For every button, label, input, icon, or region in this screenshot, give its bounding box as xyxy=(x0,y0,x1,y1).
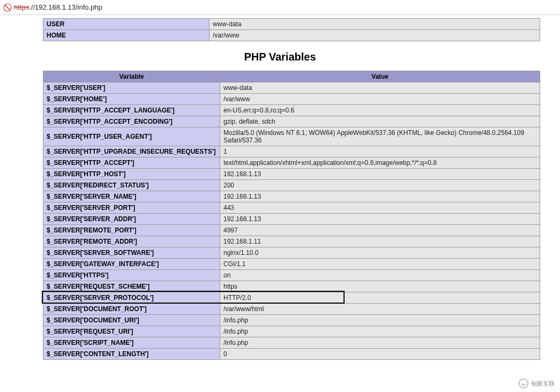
var-value: 192.168.1.13 xyxy=(220,169,540,180)
var-value: on xyxy=(220,270,540,281)
var-key: $_SERVER['HTTP_HOST'] xyxy=(43,169,220,180)
var-key: $_SERVER['HTTP_USER_AGENT'] xyxy=(43,127,220,146)
table-row: $_SERVER['SERVER_ADDR']192.168.1.13 xyxy=(43,214,540,225)
var-key: $_SERVER['HTTP_ACCEPT'] xyxy=(43,157,220,169)
var-value: en-US,en;q=0.8,ro;q=0.6 xyxy=(220,105,540,116)
var-value: 192.168.1.13 xyxy=(220,191,540,202)
environment-table: USERwww-dataHOME/var/www xyxy=(43,18,540,41)
table-row: $_SERVER['SERVER_PORT']443 xyxy=(43,202,540,214)
url-scheme-struck: https xyxy=(14,3,29,11)
var-key: $_SERVER['SERVER_SOFTWARE'] xyxy=(43,247,220,259)
var-value: 0 xyxy=(220,349,540,360)
var-key: $_SERVER['USER'] xyxy=(43,82,220,94)
table-row: $_SERVER['CONTENT_LENGTH']0 xyxy=(43,349,540,360)
table-row: $_SERVER['HTTP_ACCEPT_ENCODING']gzip, de… xyxy=(43,116,540,127)
table-row: $_SERVER['GATEWAY_INTERFACE']CGI/1.1 xyxy=(43,259,540,270)
var-key: $_SERVER['REDIRECT_STATUS'] xyxy=(43,180,220,191)
table-row: $_SERVER['HOME']/var/www xyxy=(43,94,540,105)
var-key: $_SERVER['HTTP_ACCEPT_LANGUAGE'] xyxy=(43,105,220,116)
col-header-variable: Variable xyxy=(43,71,220,82)
var-key: $_SERVER['SERVER_ADDR'] xyxy=(43,214,220,225)
table-row: $_SERVER['DOCUMENT_ROOT']/var/www/html xyxy=(43,304,540,315)
var-key: $_SERVER['REQUEST_SCHEME'] xyxy=(43,281,220,292)
address-bar[interactable]: https://192.168.1.13/info.php xyxy=(0,0,560,15)
var-value: CGI/1.1 xyxy=(220,259,540,270)
table-row: $_SERVER['SERVER_PROTOCOL']HTTP/2.0 xyxy=(43,292,540,304)
var-value: gzip, deflate, sdch xyxy=(220,116,540,127)
var-value: /info.php xyxy=(220,326,540,337)
table-row: $_SERVER['REMOTE_ADDR']192.168.1.11 xyxy=(43,236,540,247)
url-text: https://192.168.1.13/info.php xyxy=(14,3,102,11)
env-key: USER xyxy=(43,19,210,30)
var-value: https xyxy=(220,281,540,292)
var-key: $_SERVER['GATEWAY_INTERFACE'] xyxy=(43,259,220,270)
var-key: $_SERVER['HTTP_UPGRADE_INSECURE_REQUESTS… xyxy=(43,146,220,157)
var-key: $_SERVER['HOME'] xyxy=(43,94,220,105)
var-key: $_SERVER['SERVER_PROTOCOL'] xyxy=(43,292,220,304)
table-row: $_SERVER['DOCUMENT_URI']/info.php xyxy=(43,315,540,326)
var-value: www-data xyxy=(220,82,540,94)
var-value: 192.168.1.11 xyxy=(220,236,540,247)
var-key: $_SERVER['HTTPS'] xyxy=(43,270,220,281)
table-row: $_SERVER['HTTPS']on xyxy=(43,270,540,281)
var-key: $_SERVER['SERVER_PORT'] xyxy=(43,202,220,214)
var-value: /info.php xyxy=(220,315,540,326)
php-variables-table: Variable Value $_SERVER['USER']www-data$… xyxy=(43,71,540,360)
table-row: $_SERVER['HTTP_ACCEPT']text/html,applica… xyxy=(43,157,540,169)
table-row: $_SERVER['SERVER_NAME']192.168.1.13 xyxy=(43,191,540,202)
table-row: $_SERVER['HTTP_USER_AGENT']Mozilla/5.0 (… xyxy=(43,127,540,146)
var-key: $_SERVER['SCRIPT_NAME'] xyxy=(43,337,220,349)
var-value: 4997 xyxy=(220,225,540,236)
var-value: 1 xyxy=(220,146,540,157)
table-row: $_SERVER['HTTP_ACCEPT_LANGUAGE']en-US,en… xyxy=(43,105,540,116)
phpinfo-content: USERwww-dataHOME/var/www PHP Variables V… xyxy=(0,15,560,371)
insecure-warning-icon xyxy=(3,3,12,12)
env-key: HOME xyxy=(43,30,210,41)
var-value: /var/www xyxy=(220,94,540,105)
url-rest: ://192.168.1.13/info.php xyxy=(29,3,102,11)
env-value: www-data xyxy=(210,19,540,30)
table-row: $_SERVER['SCRIPT_NAME']/info.php xyxy=(43,337,540,349)
table-row: $_SERVER['HTTP_UPGRADE_INSECURE_REQUESTS… xyxy=(43,146,540,157)
var-value: /var/www/html xyxy=(220,304,540,315)
var-key: $_SERVER['REMOTE_ADDR'] xyxy=(43,236,220,247)
var-key: $_SERVER['REMOTE_PORT'] xyxy=(43,225,220,236)
table-row: $_SERVER['HTTP_HOST']192.168.1.13 xyxy=(43,169,540,180)
var-key: $_SERVER['DOCUMENT_ROOT'] xyxy=(43,304,220,315)
var-key: $_SERVER['CONTENT_LENGTH'] xyxy=(43,349,220,360)
table-row: USERwww-data xyxy=(43,19,540,30)
var-key: $_SERVER['REQUEST_URI'] xyxy=(43,326,220,337)
env-value: /var/www xyxy=(210,30,540,41)
var-value: Mozilla/5.0 (Windows NT 6.1; WOW64) Appl… xyxy=(220,127,540,146)
var-key: $_SERVER['HTTP_ACCEPT_ENCODING'] xyxy=(43,116,220,127)
var-value: nginx/1.10.0 xyxy=(220,247,540,259)
var-value: /info.php xyxy=(220,337,540,349)
var-value: 443 xyxy=(220,202,540,214)
table-row: $_SERVER['REDIRECT_STATUS']200 xyxy=(43,180,540,191)
table-row: $_SERVER['USER']www-data xyxy=(43,82,540,94)
var-value: 200 xyxy=(220,180,540,191)
section-title: PHP Variables xyxy=(43,51,517,63)
table-row: $_SERVER['SERVER_SOFTWARE']nginx/1.10.0 xyxy=(43,247,540,259)
table-row: $_SERVER['REQUEST_SCHEME']https xyxy=(43,281,540,292)
var-key: $_SERVER['SERVER_NAME'] xyxy=(43,191,220,202)
col-header-value: Value xyxy=(220,71,540,82)
table-row: $_SERVER['REMOTE_PORT']4997 xyxy=(43,225,540,236)
var-key: $_SERVER['DOCUMENT_URI'] xyxy=(43,315,220,326)
table-row: $_SERVER['REQUEST_URI']/info.php xyxy=(43,326,540,337)
table-header-row: Variable Value xyxy=(43,71,540,82)
var-value: text/html,application/xhtml+xml,applicat… xyxy=(220,157,540,169)
table-row: HOME/var/www xyxy=(43,30,540,41)
var-value: 192.168.1.13 xyxy=(220,214,540,225)
var-value: HTTP/2.0 xyxy=(220,292,540,304)
